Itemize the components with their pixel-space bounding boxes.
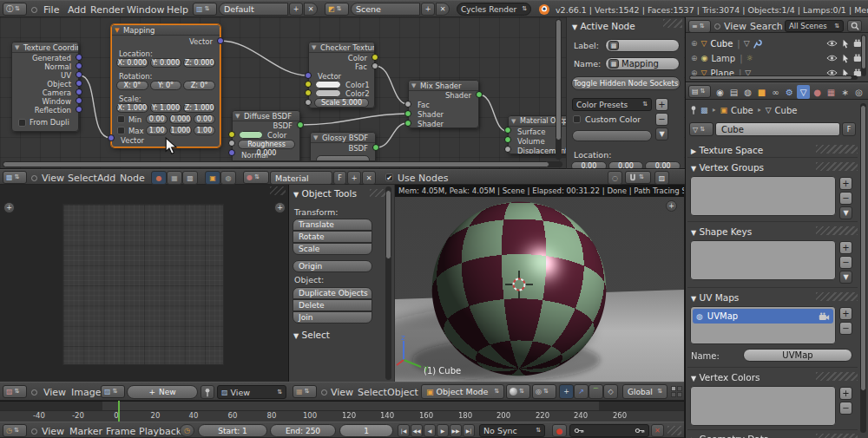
- node-material-output[interactable]: Material Output▼ Surface Volume Displace…: [508, 115, 571, 154]
- tab-particles[interactable]: ∗: [838, 85, 852, 99]
- custom-color-swatch[interactable]: [572, 130, 652, 141]
- collapse-menus-icon[interactable]: [321, 389, 327, 396]
- color2-swatch[interactable]: [315, 89, 341, 97]
- material-name-field[interactable]: Material: [270, 171, 332, 185]
- visibility-eye-icon[interactable]: [826, 55, 838, 62]
- search-button[interactable]: [847, 20, 862, 32]
- node-texture-coordinate[interactable]: Texture Coordinate▼ Generated Normal UV …: [11, 42, 79, 132]
- origin-button[interactable]: Origin: [293, 260, 372, 272]
- end-frame-field[interactable]: End: 250: [270, 424, 336, 437]
- remove-preset-button[interactable]: −: [655, 113, 668, 126]
- tab-object-data[interactable]: ▽: [797, 85, 810, 99]
- node-name-field[interactable]: ▩Mapping: [605, 57, 680, 70]
- vertex-colors-panel-header[interactable]: ▼ Vertex Colors: [691, 372, 760, 382]
- vertex-groups-list[interactable]: [690, 176, 836, 216]
- socket-checker-fac-out[interactable]: [372, 62, 378, 69]
- node-hscrollbar-track[interactable]: [3, 161, 562, 167]
- shape-keys-list[interactable]: [690, 240, 836, 280]
- menu-node[interactable]: Node: [120, 173, 145, 184]
- menu-image[interactable]: Image: [71, 387, 101, 398]
- current-frame-field[interactable]: 1: [339, 424, 393, 437]
- menu-file[interactable]: File: [43, 4, 59, 16]
- menu-view[interactable]: View: [724, 21, 746, 32]
- socket-mix-shader2-in[interactable]: [404, 120, 411, 127]
- layout-name-field[interactable]: Default: [219, 3, 288, 16]
- from-dupli-checkbox[interactable]: [18, 119, 26, 127]
- scene-name-field[interactable]: Scene: [351, 3, 420, 16]
- add-shape-key-button[interactable]: +: [839, 241, 852, 254]
- manipulator-toggle[interactable]: +: [559, 384, 574, 399]
- socket-checker-scale-in[interactable]: [305, 99, 312, 106]
- rotate-manipulator[interactable]: ⌒: [589, 384, 603, 399]
- mapping-scale-fields[interactable]: X: 1.000Y: 1.000Z: 1.000: [116, 103, 215, 113]
- socket-mapping-vector-out[interactable]: [217, 37, 224, 44]
- collapse-icon[interactable]: ▼: [235, 113, 240, 120]
- clear-keying-set-button[interactable]: ✕: [651, 424, 664, 437]
- tab-render[interactable]: ◉: [713, 85, 727, 99]
- playback-range-lock-icon[interactable]: ◷: [180, 424, 194, 437]
- material-browse-button[interactable]: ●⇅: [243, 171, 269, 184]
- menu-view[interactable]: View: [42, 173, 64, 184]
- expand-properties-icon[interactable]: +: [666, 200, 677, 212]
- world-shader-toggle[interactable]: ◍: [220, 171, 236, 185]
- timeline-ruler[interactable]: -40 -20 0 20 40 60 80 100 120 140 160 18…: [0, 410, 684, 422]
- timeline-canvas[interactable]: [0, 401, 684, 410]
- menu-object[interactable]: Object: [387, 387, 418, 398]
- max-checkbox[interactable]: [117, 127, 125, 134]
- remove-uv-map-button[interactable]: −: [839, 322, 852, 335]
- next-keyframe-button[interactable]: ▶▶: [450, 424, 462, 437]
- panel-drag-widget[interactable]: [816, 145, 858, 154]
- socket-out-reflection[interactable]: [76, 106, 82, 113]
- menu-add[interactable]: Add: [68, 4, 86, 16]
- panel-drag-widget[interactable]: [816, 292, 858, 301]
- node-checker-texture[interactable]: Checker Texture▼ Color Fac Vector Color1…: [308, 42, 375, 108]
- sync-dropdown[interactable]: No Sync⇅: [479, 424, 545, 437]
- tab-world[interactable]: ◍: [741, 85, 754, 99]
- socket-out-generated[interactable]: [76, 54, 82, 61]
- uv-name-field[interactable]: UVMap: [743, 349, 852, 362]
- texture-nodes-toggle[interactable]: ▩: [182, 171, 198, 185]
- collapse-icon[interactable]: ▼: [312, 44, 316, 51]
- delete-button[interactable]: Delete: [293, 299, 372, 311]
- node-loc-x[interactable]: 0.00: [571, 161, 607, 169]
- panel-drag-widget[interactable]: [816, 162, 858, 171]
- render-camera-icon[interactable]: [819, 312, 830, 321]
- uvmap-list-item[interactable]: ◍ UVMap: [693, 309, 833, 324]
- visibility-eye-icon[interactable]: [826, 40, 838, 47]
- close-layout-button[interactable]: ✕: [304, 3, 318, 16]
- node-label-field[interactable]: ▩: [605, 39, 680, 52]
- menu-select[interactable]: Select: [68, 173, 97, 184]
- unlink-material-button[interactable]: ✕: [362, 171, 376, 185]
- roughness-field[interactable]: Roughness 0.000: [238, 140, 295, 149]
- duplicate-objects-button[interactable]: Duplicate Objects: [293, 287, 372, 299]
- color-presets-dropdown[interactable]: Color Presets⇅: [572, 98, 652, 111]
- panel-drag-widget[interactable]: [816, 226, 858, 235]
- checker-scale-field[interactable]: Scale 5.000: [314, 98, 369, 108]
- shader-nodes-toggle[interactable]: ●: [151, 171, 167, 185]
- editor-type-button-nodes[interactable]: ▩⇅: [3, 171, 27, 184]
- panel-drag-widget[interactable]: [816, 434, 858, 438]
- socket-diffuse-roughness-in[interactable]: [228, 140, 235, 147]
- tab-object[interactable]: ■: [755, 85, 768, 99]
- translate-button[interactable]: Translate: [293, 219, 372, 231]
- backdrop-toggle[interactable]: ◌: [608, 171, 622, 185]
- collapse-icon[interactable]: ▼: [115, 27, 119, 34]
- socket-out-object[interactable]: [76, 80, 82, 87]
- node-loc-z[interactable]: 0.00: [645, 161, 681, 169]
- properties-scrollbar[interactable]: [860, 103, 866, 433]
- start-frame-field[interactable]: Start: 1: [198, 424, 267, 437]
- shape-keys-panel-header[interactable]: ▼ Shape Keys: [691, 226, 752, 237]
- diffuse-color-swatch[interactable]: [239, 131, 263, 139]
- menu-view[interactable]: View: [42, 426, 64, 437]
- node-mapping[interactable]: Mapping▼ Vector Location: X: 0.000Y: 0.0…: [111, 24, 220, 147]
- editor-type-button-info[interactable]: ⓘ⇅: [3, 3, 27, 16]
- uv-editor-canvas[interactable]: + +: [0, 185, 289, 382]
- breadcrumb-object[interactable]: Cube: [731, 106, 753, 115]
- socket-mapping-vector-in[interactable]: [108, 134, 115, 141]
- jump-to-start-button[interactable]: |◀: [398, 424, 410, 437]
- menu-view[interactable]: View: [331, 387, 353, 398]
- scale-manipulator[interactable]: ◇: [603, 384, 618, 399]
- add-material-button[interactable]: +: [347, 171, 361, 185]
- object-tools-panel-header[interactable]: ▼ Object Tools: [293, 188, 357, 199]
- prev-keyframe-button[interactable]: ◀◀: [411, 424, 423, 437]
